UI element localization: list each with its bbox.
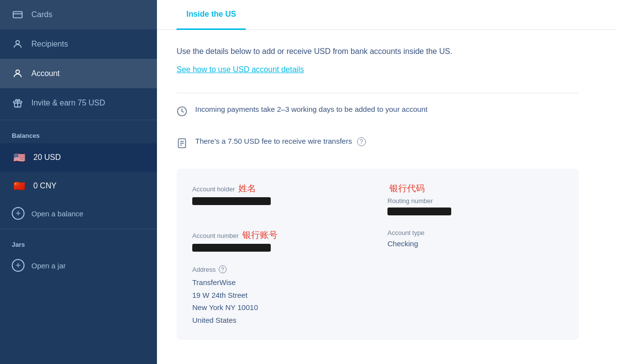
- cny-flag: 🇨🇳: [12, 179, 26, 193]
- address-line-3: New York NY 10010: [192, 303, 258, 312]
- card-icon: [12, 9, 24, 21]
- gift-icon: [12, 97, 24, 109]
- address-field: Address ? TransferWise 19 W 24th Street …: [192, 265, 368, 326]
- document-icon: [177, 138, 187, 151]
- sidebar-item-recipients[interactable]: Recipients: [0, 29, 157, 59]
- open-balance-button[interactable]: + Open a balance: [0, 200, 157, 227]
- open-balance-plus-icon: +: [12, 207, 25, 220]
- balance-item-usd[interactable]: 🇺🇸 20 USD: [0, 143, 157, 172]
- address-line-2: 19 W 24th Street: [192, 291, 248, 299]
- routing-number-field: 银行代码 Routing number: [387, 182, 563, 215]
- info-row-processing-time: Incoming payments take 2–3 working days …: [177, 105, 579, 128]
- open-jar-plus-icon: +: [12, 259, 25, 272]
- sidebar-item-invite-label: Invite & earn 75 USD: [31, 99, 105, 107]
- main-content: Inside the US Use the details below to a…: [157, 0, 617, 364]
- svg-rect-0: [13, 12, 22, 18]
- account-type-label: Account type: [387, 229, 563, 236]
- address-question-icon[interactable]: ?: [219, 265, 227, 273]
- address-lines: TransferWise 19 W 24th Street New York N…: [192, 276, 368, 326]
- usd-flag: 🇺🇸: [12, 150, 26, 165]
- tabs-bar: Inside the US: [157, 0, 617, 30]
- address-label: Address ?: [192, 265, 368, 273]
- usd-account-details-link[interactable]: See how to use USD account details: [177, 65, 304, 74]
- sidebar-divider: [0, 120, 157, 120]
- wire-fee-question-icon[interactable]: ?: [357, 137, 366, 146]
- sidebar-item-recipients-label: Recipients: [31, 40, 68, 49]
- sidebar-divider-2: [0, 229, 157, 229]
- address-line-4: United States: [192, 316, 236, 324]
- open-jar-button[interactable]: + Open a jar: [0, 252, 157, 279]
- account-holder-field: Account holder 姓名: [192, 182, 368, 215]
- account-holder-chinese-label: 姓名: [238, 183, 256, 193]
- account-number-field: Account number 银行账号: [192, 229, 368, 252]
- balance-item-cny[interactable]: 🇨🇳 0 CNY: [0, 172, 157, 200]
- account-holder-label: Account holder 姓名: [192, 182, 368, 194]
- description-text: Use the details below to add or receive …: [177, 46, 579, 57]
- person-icon: [12, 38, 24, 50]
- routing-number-sublabel: Routing number: [387, 197, 563, 205]
- cny-balance-amount: 0 CNY: [33, 182, 56, 190]
- tab-inside-us[interactable]: Inside the US: [177, 0, 246, 30]
- jars-section-label: Jars: [0, 231, 157, 252]
- account-type-field: Account type Checking: [387, 229, 563, 252]
- open-balance-label: Open a balance: [31, 209, 83, 218]
- account-type-value: Checking: [387, 239, 563, 248]
- account-holder-value-redacted: [192, 197, 271, 205]
- wire-fee-text: There's a 7.50 USD fee to receive wire t…: [195, 137, 366, 146]
- svg-point-3: [16, 70, 19, 74]
- sidebar-item-cards-label: Cards: [31, 10, 52, 19]
- content-area: Use the details below to add or receive …: [157, 30, 598, 356]
- account-details-box: Account holder 姓名 银行代码 Routing number Ac…: [177, 169, 579, 340]
- account-icon: [12, 68, 24, 79]
- routing-number-label: 银行代码: [387, 182, 563, 194]
- routing-number-value-redacted: [387, 208, 451, 215]
- sidebar: Cards Recipients Account Invite & earn 7…: [0, 0, 157, 364]
- open-jar-label: Open a jar: [31, 261, 66, 270]
- sidebar-item-invite[interactable]: Invite & earn 75 USD: [0, 88, 157, 118]
- separator-1: [177, 93, 579, 93]
- svg-point-2: [16, 41, 19, 44]
- usd-balance-amount: 20 USD: [33, 153, 61, 162]
- processing-time-text: Incoming payments take 2–3 working days …: [195, 105, 428, 113]
- account-number-chinese-label: 银行账号: [242, 230, 278, 240]
- balances-section-label: Balances: [0, 122, 157, 143]
- clock-icon: [177, 106, 187, 119]
- info-row-wire-fee: There's a 7.50 USD fee to receive wire t…: [177, 137, 579, 160]
- account-number-label: Account number 银行账号: [192, 229, 368, 241]
- sidebar-item-cards[interactable]: Cards: [0, 0, 157, 29]
- account-number-value-redacted: [192, 244, 271, 252]
- sidebar-item-account-label: Account: [31, 69, 60, 78]
- address-line-1: TransferWise: [192, 278, 236, 286]
- sidebar-item-account[interactable]: Account: [0, 59, 157, 88]
